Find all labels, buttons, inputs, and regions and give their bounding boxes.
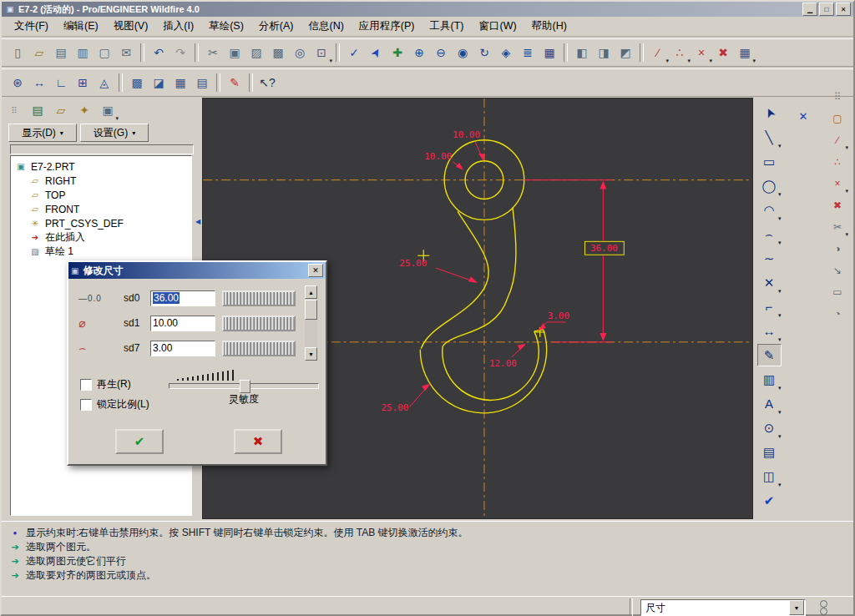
history-button[interactable]: ▣▾ bbox=[97, 99, 119, 121]
dialog-scrollbar[interactable]: ▲ ▼ bbox=[305, 285, 317, 361]
minimize-button[interactable]: ▁ bbox=[802, 3, 817, 16]
arc-tool[interactable]: ◠▾ bbox=[757, 199, 782, 221]
close-tool-button[interactable]: ✕ bbox=[793, 107, 813, 125]
use-edge-tool[interactable]: ⌐▾ bbox=[757, 295, 782, 318]
collapse-panel-button[interactable]: ◀ bbox=[194, 213, 202, 230]
rectangle-tool[interactable]: ▭ bbox=[757, 150, 782, 173]
context-help-button[interactable]: ↖? bbox=[256, 72, 278, 93]
dim-25-upper[interactable]: 25.00 bbox=[399, 258, 427, 269]
tree-item-right-plane[interactable]: ▱ RIGHT bbox=[11, 174, 191, 188]
menu-window[interactable]: 窗口(W) bbox=[471, 18, 524, 35]
orient-button[interactable]: ◈ bbox=[495, 42, 517, 63]
dialog-close-button[interactable]: ✕ bbox=[308, 264, 323, 277]
shaded-view-button[interactable]: ◩ bbox=[615, 42, 636, 63]
grid-display-toggle[interactable]: ⊞ bbox=[72, 72, 94, 93]
mirror-tool[interactable]: ◑ bbox=[827, 239, 848, 259]
zoom-in-button[interactable]: ⊕ bbox=[408, 42, 430, 63]
datum-csys-button[interactable]: ✖ bbox=[712, 42, 734, 63]
selection-filter-button[interactable]: ⊡▾ bbox=[311, 42, 332, 63]
dim-10-second[interactable]: 10.00 bbox=[424, 151, 452, 162]
select-region-tool[interactable]: ▢ bbox=[827, 109, 848, 129]
sd1-input[interactable]: 10.00 bbox=[150, 316, 215, 331]
dim-10-top[interactable]: 10.00 bbox=[453, 129, 480, 140]
neck-inner-curve[interactable] bbox=[443, 207, 516, 346]
modify-tool[interactable]: ✎ bbox=[757, 344, 782, 366]
datum-point-button[interactable]: ∴▾ bbox=[669, 42, 691, 63]
model-tree-tab-button[interactable]: ▤ bbox=[27, 99, 48, 121]
designate-label-button[interactable]: ✎ bbox=[224, 72, 245, 93]
paste-button[interactable]: ▨ bbox=[245, 42, 267, 63]
copy-button[interactable]: ▣ bbox=[224, 42, 245, 63]
send-button[interactable]: ✉ bbox=[115, 42, 137, 63]
menu-applications[interactable]: 应用程序(P) bbox=[352, 18, 422, 35]
lock-scale-checkbox[interactable] bbox=[80, 399, 92, 411]
menu-info[interactable]: 信息(N) bbox=[301, 18, 351, 35]
print-button[interactable]: ▥ bbox=[72, 42, 94, 63]
combo-dropdown-button[interactable]: ▼ bbox=[789, 600, 804, 615]
erase-button[interactable]: ▢ bbox=[94, 42, 115, 63]
open-ends-toggle[interactable]: ◪ bbox=[148, 72, 169, 93]
constraint-display-toggle[interactable]: ∟ bbox=[50, 72, 72, 93]
constrain-tool[interactable]: ▥▾ bbox=[757, 368, 782, 391]
move-resize-tool[interactable]: ↘ bbox=[827, 260, 848, 280]
circle-tool[interactable]: ◯▾ bbox=[757, 174, 782, 197]
spline-tool[interactable]: ∼ bbox=[757, 247, 782, 270]
sketcher-palette-button[interactable]: ▦▾ bbox=[734, 42, 756, 63]
fillet-tool[interactable]: ⌢▾ bbox=[757, 223, 782, 245]
construction-point-tool[interactable]: ∴ bbox=[827, 152, 848, 172]
line-tool[interactable]: ╲▾ bbox=[757, 126, 782, 149]
wireframe-view-button[interactable]: ◨ bbox=[593, 42, 615, 63]
sd0-thumbwheel[interactable] bbox=[222, 290, 296, 306]
view-manager-button[interactable]: ▦ bbox=[539, 42, 560, 63]
dim-36-selected[interactable]: 36.00 bbox=[590, 243, 618, 254]
menu-sketch[interactable]: 草绘(S) bbox=[201, 18, 251, 35]
dialog-titlebar[interactable]: ▣ 修改尺寸 ✕ bbox=[68, 262, 326, 279]
vertex-display-toggle[interactable]: ◬ bbox=[94, 72, 115, 93]
text-tool[interactable]: A▾ bbox=[757, 392, 782, 415]
zoom-out-button[interactable]: ⊖ bbox=[430, 42, 452, 63]
shade-loops-toggle[interactable]: ▩ bbox=[126, 72, 148, 93]
tree-item-csys[interactable]: ✳ PRT_CSYS_DEF bbox=[11, 216, 191, 230]
close-button[interactable]: ✕ bbox=[836, 3, 851, 16]
dim-3[interactable]: 3.00 bbox=[548, 311, 569, 321]
dim-25-lower[interactable]: 25.00 bbox=[381, 402, 408, 413]
feature-tools-button[interactable]: ◫▾ bbox=[757, 465, 782, 487]
refit-button[interactable]: ◉ bbox=[452, 42, 473, 63]
repaint-button[interactable]: ↻ bbox=[473, 42, 495, 63]
sd0-input[interactable]: 36.00 bbox=[150, 290, 215, 306]
redo-button[interactable]: ↷ bbox=[169, 42, 191, 63]
save-button[interactable]: ▤ bbox=[50, 42, 72, 63]
sensitivity-slider[interactable] bbox=[169, 383, 319, 389]
sd7-input[interactable]: 3.00 bbox=[150, 341, 215, 356]
tree-item-insert-here[interactable]: ➔ 在此插入 bbox=[11, 230, 191, 245]
palette-tool[interactable]: ▤ bbox=[757, 441, 782, 463]
dim-12[interactable]: 12.00 bbox=[489, 358, 517, 369]
point-tool[interactable]: ✕▾ bbox=[757, 271, 782, 294]
feature-requirements-toggle[interactable]: ▤ bbox=[191, 72, 213, 93]
regenerate-button[interactable]: ✚ bbox=[387, 42, 408, 63]
ok-button[interactable]: ✔ bbox=[115, 429, 164, 454]
undo-button[interactable]: ↶ bbox=[148, 42, 169, 63]
tree-item-front-plane[interactable]: ▱ FRONT bbox=[11, 202, 191, 216]
scroll-down-button[interactable]: ▼ bbox=[305, 347, 317, 361]
selection-buffer-icon[interactable] bbox=[818, 600, 828, 615]
tree-item-part[interactable]: ▣ E7-2.PRT bbox=[11, 159, 191, 174]
search-button[interactable]: ◎ bbox=[289, 42, 311, 63]
tree-item-top-plane[interactable]: ▱ TOP bbox=[11, 188, 191, 202]
settings-dropdown-button[interactable]: 设置(G) ▾ bbox=[80, 124, 149, 142]
sd1-thumbwheel[interactable] bbox=[222, 316, 296, 331]
paste-special-button[interactable]: ▩ bbox=[267, 42, 289, 63]
folder-browser-button[interactable]: ▱ bbox=[50, 99, 72, 121]
sd7-thumbwheel[interactable] bbox=[222, 341, 296, 356]
scroll-up-button[interactable]: ▲ bbox=[305, 285, 317, 299]
new-file-button[interactable]: ▯ bbox=[7, 42, 28, 63]
menu-edit[interactable]: 编辑(E) bbox=[56, 18, 106, 35]
maximize-button[interactable]: □ bbox=[819, 3, 834, 16]
datum-axis-button[interactable]: ×▾ bbox=[691, 42, 712, 63]
overlap-geometry-toggle[interactable]: ▦ bbox=[169, 72, 191, 93]
section-tool[interactable]: ▭ bbox=[827, 282, 848, 302]
menu-file[interactable]: 文件(F) bbox=[7, 18, 56, 35]
open-button[interactable]: ▱ bbox=[28, 42, 50, 63]
dim-display-toggle[interactable]: ↔ bbox=[28, 72, 50, 93]
show-dropdown-button[interactable]: 显示(D) ▾ bbox=[8, 124, 77, 142]
